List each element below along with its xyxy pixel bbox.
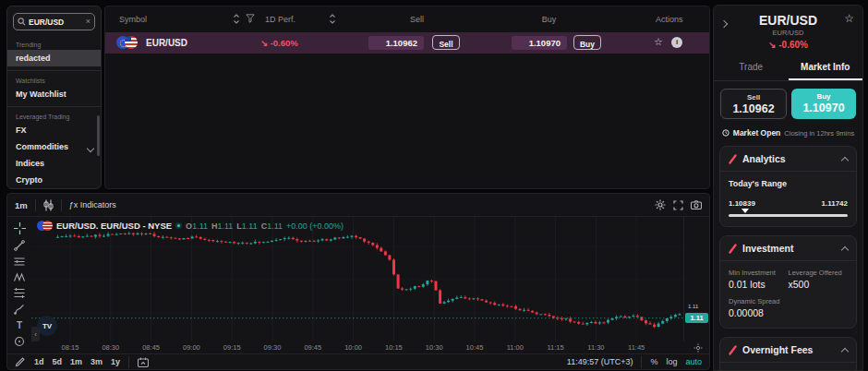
sidebar-item-shares[interactable]: Shares <box>7 188 101 189</box>
indicators-button[interactable]: ƒx Indicators <box>69 200 116 209</box>
time-tick: 10:00 <box>344 343 362 352</box>
sidebar-item-commodities[interactable]: Commodities <box>7 138 101 155</box>
time-tick: 08:30 <box>102 343 119 352</box>
chevron-down-icon <box>87 145 94 152</box>
sidebar-item-crypto[interactable]: Crypto <box>7 172 101 188</box>
chart-bottom-bar: 1d 5d 1m 3m 1y 11:49:57 (UTC+3) % log au… <box>7 354 709 369</box>
sidebar-item-trending-0[interactable]: redacted <box>7 50 101 66</box>
percent-scale-button[interactable]: % <box>650 357 657 366</box>
column-symbol[interactable]: Symbol <box>119 15 147 24</box>
overnight-header[interactable]: Overnight Fees <box>720 338 856 363</box>
range-1d[interactable]: 1d <box>34 357 44 366</box>
market-status: Market Open Closing in 12hrs 9mins <box>714 128 862 138</box>
buy-button[interactable]: Buy 1.10970 <box>791 89 856 119</box>
tab-trade[interactable]: Trade <box>714 57 789 80</box>
camera-screenshot-icon[interactable] <box>691 200 702 209</box>
watchlist-row[interactable]: EUR/USD ↘ -0.60% 1.10962 Sell 1.10970 Bu… <box>105 32 709 54</box>
range-1y[interactable]: 1y <box>111 357 120 366</box>
favorite-star-icon[interactable]: ☆ <box>844 12 854 25</box>
parallel-lines-tool-icon[interactable] <box>13 257 27 267</box>
panel-tabs: Trade Market Info <box>714 57 862 81</box>
axis-settings-gear-icon[interactable] <box>693 343 703 353</box>
time-axis[interactable]: 08:1508:3008:4509:0009:1509:3009:4510:00… <box>7 341 709 354</box>
chart-panel: 1m ƒx Indicators T <box>6 193 710 370</box>
favorite-star-icon[interactable]: ☆ <box>654 36 663 48</box>
down-arrow-icon: ↘ <box>768 40 776 50</box>
row-sell-button[interactable]: Sell <box>432 35 460 50</box>
drawing-toolbar: T <box>7 217 31 341</box>
sidebar-item-my-watchlist[interactable]: My Watchlist <box>7 86 101 102</box>
price-axis-tick: 1.11 <box>688 304 698 309</box>
chart-settings-gear-icon[interactable] <box>655 199 666 210</box>
range-1m[interactable]: 1m <box>70 357 82 366</box>
sort-icon[interactable] <box>233 14 240 24</box>
divider <box>7 106 101 107</box>
overnight-icon <box>729 345 737 355</box>
range-5d[interactable]: 5d <box>53 357 63 366</box>
clear-search-icon[interactable]: × <box>86 18 90 26</box>
trading-app: × Trending redacted Watchlists My Watchl… <box>0 0 868 371</box>
collapse-toolbar-tab[interactable]: ‹ <box>31 327 40 341</box>
candlestick-svg <box>31 217 683 341</box>
clock-icon <box>722 129 729 137</box>
clock-display[interactable]: 11:49:57 (UTC+3) <box>567 357 633 366</box>
crosshair-tool-icon[interactable] <box>13 222 27 234</box>
leverage-label: Leverage Offered <box>789 269 849 277</box>
eurusd-flag-icon <box>37 221 53 231</box>
sidebar: × Trending redacted Watchlists My Watchl… <box>6 6 102 189</box>
chart-toolbar: 1m ƒx Indicators <box>7 194 709 217</box>
investment-card: Investment Min Investment0.01 lots Lever… <box>719 235 857 329</box>
sidebar-scrollbar[interactable] <box>97 115 100 156</box>
divider <box>7 70 101 71</box>
brush-tool-icon[interactable] <box>13 304 27 315</box>
timeframe-button[interactable]: 1m <box>15 200 28 210</box>
auto-scale-button[interactable]: auto <box>685 357 702 366</box>
row-perf: ↘ -0.60% <box>260 38 298 48</box>
time-tick: 11:15 <box>547 343 563 352</box>
spread-value: 0.00008 <box>729 307 848 318</box>
overnight-fees-card: Overnight Fees Overnight - Buy0.0075% Ov… <box>719 337 857 371</box>
time-tick: 10:30 <box>426 343 443 352</box>
xabcd-pattern-tool-icon[interactable] <box>13 272 27 282</box>
trend-line-tool-icon[interactable] <box>13 240 27 251</box>
investment-header[interactable]: Investment <box>720 236 856 261</box>
column-perf[interactable]: 1D Perf. <box>265 15 295 24</box>
column-buy: Buy <box>528 15 570 24</box>
calendar-icon[interactable] <box>138 357 149 367</box>
range-3m[interactable]: 3m <box>90 357 102 366</box>
tradingview-logo[interactable]: TV <box>37 316 57 336</box>
search-input[interactable] <box>29 18 83 27</box>
text-tool-icon[interactable]: T <box>13 320 27 330</box>
investment-icon <box>729 244 737 254</box>
min-investment-value: 0.01 lots <box>729 279 789 290</box>
time-tick: 11:45 <box>628 343 645 352</box>
fullscreen-icon[interactable] <box>673 200 683 210</box>
fib-retracement-tool-icon[interactable] <box>13 288 27 298</box>
chevron-up-icon <box>841 245 849 253</box>
sidebar-item-indices[interactable]: Indices <box>7 155 101 172</box>
legend-change: +0.00 (+0.00%) <box>286 221 344 231</box>
range-high: 1.11742 <box>822 199 848 208</box>
measure-pencil-icon[interactable] <box>15 356 26 367</box>
price-axis[interactable]: 1.11 1.11 <box>683 217 709 341</box>
candlestick-style-icon[interactable] <box>43 199 54 211</box>
sell-button[interactable]: Sell 1.10962 <box>720 89 787 119</box>
time-tick: 09:15 <box>223 343 241 352</box>
sidebar-item-fx[interactable]: FX <box>7 122 101 138</box>
instrument-change: ↘ -0.60% <box>714 40 862 50</box>
chevron-up-icon <box>841 347 849 354</box>
sort-icon[interactable] <box>329 14 336 24</box>
collapse-panel-icon[interactable] <box>721 14 727 30</box>
row-buy-button[interactable]: Buy <box>573 35 601 50</box>
log-scale-button[interactable]: log <box>666 357 677 366</box>
info-icon[interactable]: i <box>671 37 682 48</box>
filter-icon[interactable] <box>246 14 255 23</box>
search-box[interactable]: × <box>13 13 95 30</box>
analytics-header[interactable]: Analytics <box>720 147 856 172</box>
search-icon <box>18 18 26 26</box>
range-marker <box>741 209 749 213</box>
tab-market-info[interactable]: Market Info <box>789 57 863 80</box>
buy-price: 1.10970 <box>512 36 567 50</box>
chart-plot[interactable]: EUR/USD. EUR/USD - NYSE O1.11 H1.11 L1.1… <box>31 217 683 341</box>
last-price-label: 1.11 <box>685 313 708 323</box>
